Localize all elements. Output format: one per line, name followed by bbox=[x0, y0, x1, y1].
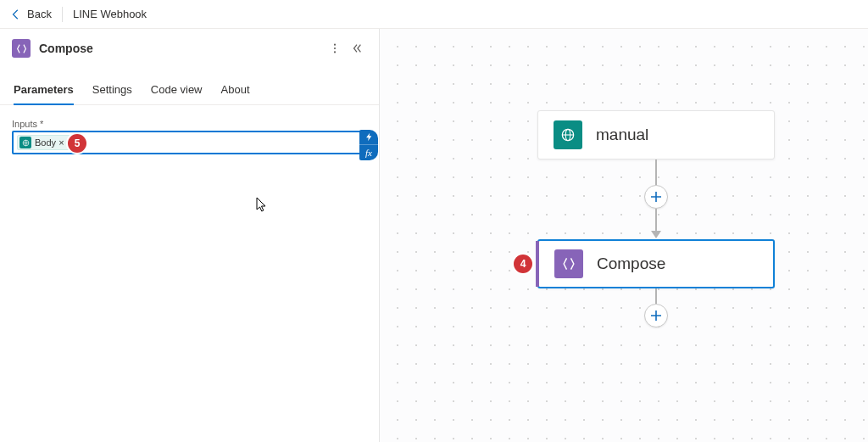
compose-action-icon bbox=[12, 39, 31, 58]
more-menu-button[interactable] bbox=[324, 37, 346, 59]
tab-parameters[interactable]: Parameters bbox=[14, 76, 74, 104]
mouse-cursor-icon bbox=[256, 197, 268, 214]
edge-line bbox=[655, 159, 657, 185]
lightning-icon bbox=[364, 132, 374, 142]
workflow-title: LINE Webhook bbox=[73, 8, 147, 20]
body-token[interactable]: Body × bbox=[17, 135, 70, 150]
http-trigger-icon bbox=[554, 120, 582, 149]
node-label: manual bbox=[596, 126, 648, 144]
action-node-compose[interactable]: Compose 4 bbox=[537, 239, 775, 288]
tab-about[interactable]: About bbox=[221, 76, 250, 104]
trigger-node-manual[interactable]: manual bbox=[537, 110, 775, 159]
svg-point-0 bbox=[334, 44, 336, 46]
selection-accent bbox=[536, 241, 539, 287]
add-step-button-2[interactable] bbox=[644, 304, 668, 327]
svg-point-2 bbox=[334, 51, 336, 53]
inputs-field-label: Inputs * bbox=[12, 119, 368, 129]
add-step-button-1[interactable] bbox=[644, 185, 668, 209]
dynamic-content-button[interactable] bbox=[359, 130, 378, 145]
back-button[interactable]: Back bbox=[10, 8, 52, 20]
expression-button[interactable]: fx bbox=[359, 145, 378, 160]
arrow-left-icon bbox=[10, 8, 22, 20]
panel-title: Compose bbox=[39, 42, 324, 55]
tab-settings[interactable]: Settings bbox=[92, 76, 132, 104]
chevron-double-left-icon bbox=[351, 42, 363, 54]
node-label: Compose bbox=[597, 255, 665, 273]
panel-tabs: Parameters Settings Code view About bbox=[0, 76, 380, 105]
edge-line bbox=[655, 288, 657, 304]
properties-panel: Compose Parameters Settings Code view Ab… bbox=[0, 29, 380, 442]
divider bbox=[62, 7, 63, 22]
fx-icon: fx bbox=[365, 148, 372, 158]
arrow-head-icon bbox=[651, 231, 661, 238]
designer-canvas[interactable]: manual Compose 4 bbox=[380, 29, 868, 442]
svg-point-1 bbox=[334, 48, 336, 49]
annotation-marker-5: 5 bbox=[68, 134, 86, 153]
edge-line bbox=[655, 209, 657, 231]
more-vertical-icon bbox=[329, 42, 341, 54]
globe-icon bbox=[19, 137, 31, 148]
plus-icon bbox=[649, 309, 663, 322]
compose-node-icon bbox=[554, 249, 583, 278]
collapse-panel-button[interactable] bbox=[346, 37, 368, 59]
annotation-marker-4: 4 bbox=[514, 255, 532, 273]
inputs-field[interactable]: Body × bbox=[12, 131, 368, 154]
tab-code-view[interactable]: Code view bbox=[151, 76, 203, 104]
token-label: Body × bbox=[35, 137, 64, 148]
plus-icon bbox=[649, 190, 663, 204]
back-label: Back bbox=[27, 8, 52, 20]
